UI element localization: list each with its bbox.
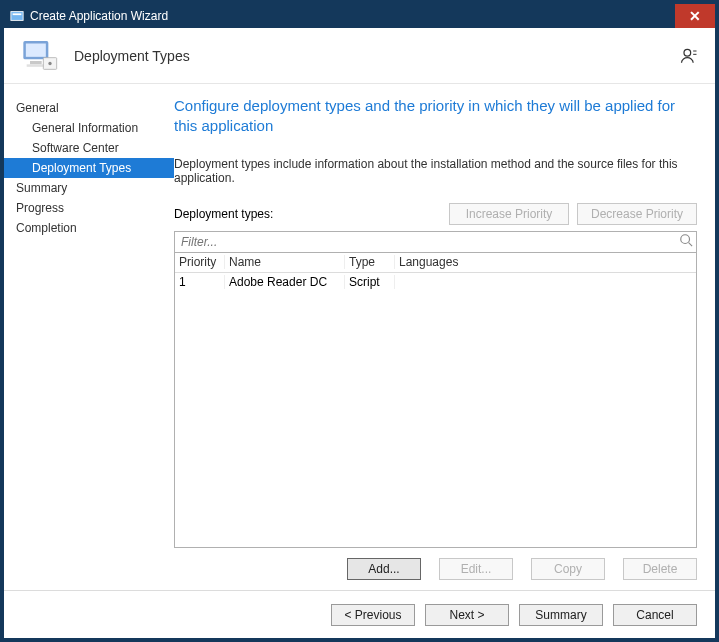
nav-item-deployment-types[interactable]: Deployment Types [4,158,174,178]
window-title: Create Application Wizard [30,9,168,23]
nav-item-general[interactable]: General [4,98,174,118]
page-subtext: Deployment types include information abo… [174,157,697,185]
deployment-types-label: Deployment types: [174,207,441,221]
add-button[interactable]: Add... [347,558,421,580]
next-button[interactable]: Next > [425,604,509,626]
filter-wrap [174,231,697,253]
svg-rect-4 [30,61,42,64]
delete-button: Delete [623,558,697,580]
svg-rect-3 [26,43,46,56]
cell-type: Script [345,275,395,289]
app-icon [10,9,24,23]
close-icon: ✕ [689,8,701,24]
banner-title: Deployment Types [74,48,190,64]
grid-header: Priority Name Type Languages [175,253,696,273]
page-heading: Configure deployment types and the prior… [174,96,697,137]
col-priority[interactable]: Priority [175,255,225,269]
nav-item-summary[interactable]: Summary [4,178,174,198]
decrease-priority-button: Decrease Priority [577,203,697,225]
grid-body: 1Adobe Reader DCScript [175,273,696,548]
wizard-footer: < Previous Next > Summary Cancel [4,590,715,638]
svg-point-8 [684,49,691,56]
col-languages[interactable]: Languages [395,255,696,269]
nav-item-general-information[interactable]: General Information [4,118,174,138]
copy-button: Copy [531,558,605,580]
sidebar: GeneralGeneral InformationSoftware Cente… [4,84,174,590]
svg-rect-5 [27,64,45,67]
svg-point-7 [48,61,51,64]
user-icon[interactable] [679,46,699,66]
titlebar: Create Application Wizard ✕ [4,4,715,28]
svg-point-9 [681,235,690,244]
computer-icon [20,36,60,76]
deployment-types-grid: Priority Name Type Languages 1Adobe Read… [174,253,697,549]
svg-rect-0 [11,12,23,21]
svg-rect-1 [13,13,22,15]
cell-name: Adobe Reader DC [225,275,345,289]
close-button[interactable]: ✕ [675,4,715,28]
summary-button[interactable]: Summary [519,604,603,626]
edit-button: Edit... [439,558,513,580]
svg-line-10 [689,243,693,247]
nav-item-software-center[interactable]: Software Center [4,138,174,158]
nav-item-completion[interactable]: Completion [4,218,174,238]
cancel-button[interactable]: Cancel [613,604,697,626]
search-icon[interactable] [676,233,696,250]
nav-item-progress[interactable]: Progress [4,198,174,218]
increase-priority-button: Increase Priority [449,203,569,225]
col-type[interactable]: Type [345,255,395,269]
cell-priority: 1 [175,275,225,289]
filter-input[interactable] [175,232,676,252]
previous-button[interactable]: < Previous [331,604,415,626]
banner: Deployment Types [4,28,715,84]
table-row[interactable]: 1Adobe Reader DCScript [175,273,696,291]
col-name[interactable]: Name [225,255,345,269]
